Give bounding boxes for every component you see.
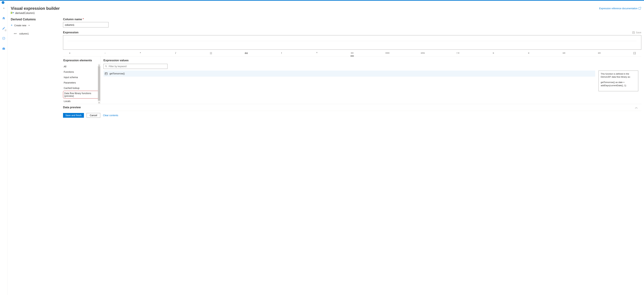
column-name-label: Column name* (63, 18, 84, 21)
op-and[interactable]: && (241, 52, 252, 54)
svg-line-8 (106, 67, 107, 67)
element-category-item[interactable]: Input schema (63, 75, 100, 80)
home-nav-button[interactable] (1, 15, 6, 21)
monitor-nav-button[interactable] (1, 36, 6, 41)
op-neq[interactable]: ! = (453, 52, 463, 54)
svg-point-1 (3, 38, 4, 38)
derived-columns-heading: Derived Columns (11, 18, 63, 21)
external-link-icon (638, 7, 641, 9)
collapse-rail-button[interactable]: » (1, 5, 6, 11)
elements-scrollbar[interactable]: ▲ ▼ (98, 64, 100, 104)
svg-rect-6 (13, 12, 14, 13)
left-nav-rail: » 2 (0, 4, 8, 295)
column-item-name: column1 (19, 32, 29, 35)
operator-toolbar: + - * / | | && ! ^ == === <=> ! = > < >=… (63, 52, 641, 54)
function-description-tooltip: This function is defined in the DemoUDF … (598, 70, 638, 91)
data-preview-title: Data preview (63, 106, 81, 109)
expression-elements-title: Expression elements (63, 59, 100, 62)
footer-actions: Save and finish Cancel Clear contents (63, 111, 641, 120)
search-icon (105, 65, 107, 67)
svg-point-7 (105, 65, 107, 67)
save-expression-button[interactable]: Save (632, 31, 641, 34)
element-category-item[interactable]: Cached lookup (63, 85, 100, 91)
plus-icon: + (11, 23, 13, 27)
op-index[interactable]: [ ] (630, 52, 640, 54)
value-item-gettomorrow[interactable]: getTomorrow() (104, 70, 595, 77)
cancel-button[interactable]: Cancel (86, 113, 100, 118)
op-lt[interactable]: < (524, 52, 534, 54)
author-nav-button[interactable]: 2 (1, 25, 6, 31)
svg-rect-4 (11, 12, 12, 13)
chevron-down-icon: ▾ (29, 24, 30, 26)
save-icon (632, 31, 635, 34)
element-category-item[interactable]: Data flow library functions (preview) (63, 91, 100, 98)
element-category-item[interactable]: All (63, 64, 100, 69)
op-not[interactable]: ! (276, 52, 286, 54)
op-minus[interactable]: - (100, 52, 110, 54)
op-eqstrict[interactable]: === (382, 52, 392, 54)
clear-contents-link[interactable]: Clear contents (103, 114, 118, 117)
op-eq[interactable]: == (347, 52, 357, 54)
expression-label: Expression (63, 31, 78, 34)
op-spaceship[interactable]: <=> (418, 52, 428, 54)
expression-editor[interactable] (63, 35, 641, 50)
element-category-item[interactable]: Functions (63, 69, 100, 75)
value-item-label: getTomorrow() (110, 72, 125, 75)
op-plus[interactable]: + (65, 52, 75, 54)
info-icon[interactable]: i (2, 1, 4, 4)
author-badge: 2 (4, 29, 6, 31)
svg-rect-5 (11, 13, 12, 14)
svg-rect-3 (3, 47, 4, 48)
element-category-item[interactable]: Locals (63, 98, 100, 104)
manage-nav-button[interactable] (1, 46, 6, 51)
calendar-icon (105, 72, 108, 75)
op-gte[interactable]: >= (559, 52, 569, 54)
chevron-up-icon[interactable]: ︿ (635, 105, 638, 109)
create-new-button[interactable]: + Create new ▾ (11, 23, 30, 27)
derived-column-icon (11, 11, 14, 15)
breadcrumb-text: derivedColumn1 (15, 12, 35, 15)
column-list-item[interactable]: ANY column1 (14, 32, 63, 35)
op-gt[interactable]: > (488, 52, 498, 54)
toolbox-icon (2, 47, 6, 50)
op-lte[interactable]: <= (594, 52, 604, 54)
doc-link[interactable]: Expression reference documentation (599, 7, 641, 10)
op-or[interactable]: | | (206, 52, 216, 54)
info-bar: i (0, 1, 644, 4)
page-title: Visual expression builder (11, 6, 60, 11)
type-badge: ANY (14, 33, 17, 34)
home-icon (2, 16, 6, 20)
expression-values-title: Expression values (104, 59, 638, 62)
svg-rect-13 (105, 74, 106, 74)
element-category-item[interactable]: Parameters (63, 80, 100, 85)
filter-input-wrapper[interactable] (104, 64, 168, 69)
op-multiply[interactable]: * (135, 52, 146, 54)
column-name-input[interactable] (63, 22, 108, 27)
op-xor[interactable]: ^ (312, 52, 322, 54)
save-and-finish-button[interactable]: Save and finish (63, 113, 84, 118)
filter-input[interactable] (109, 65, 166, 68)
op-divide[interactable]: / (171, 52, 181, 54)
gauge-icon (2, 37, 6, 40)
data-preview-bar[interactable]: Data preview ︿ (63, 104, 641, 111)
